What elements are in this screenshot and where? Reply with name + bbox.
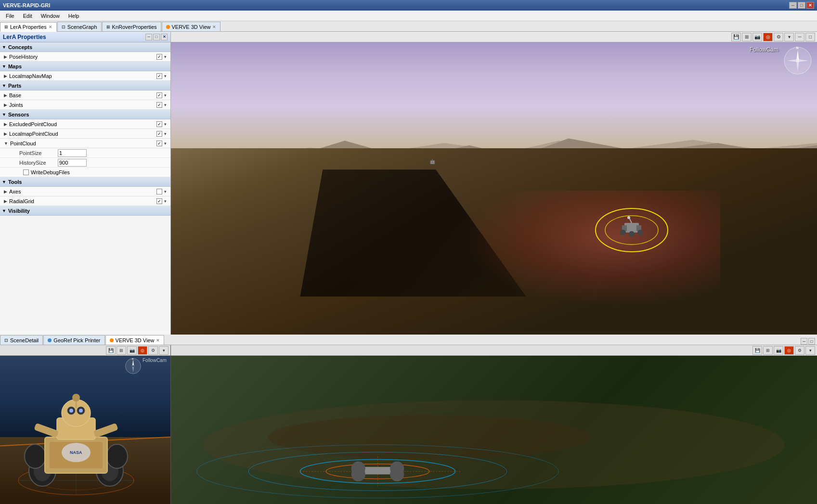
tree-item-localmapnavmap[interactable]: ▶ LocalmapNavMap ▾ <box>0 71 170 81</box>
base-dropdown[interactable]: ▾ <box>164 93 167 98</box>
bl-settings[interactable]: ⚙ <box>148 346 158 355</box>
localmap-dropdown[interactable]: ▾ <box>164 131 167 136</box>
menu-help[interactable]: Help <box>65 12 83 20</box>
svg-text:N: N <box>132 358 133 360</box>
section-parts[interactable]: ▼ Parts <box>0 81 170 90</box>
tree-item-posehistory[interactable]: ▶ PoseHistory ▾ <box>0 52 170 62</box>
posehistory-dropdown[interactable]: ▾ <box>164 54 167 59</box>
tree-item-joints[interactable]: ▶ Joints ▾ <box>0 100 170 110</box>
tab-verve-3d-view[interactable]: VERVE 3D View ✕ <box>162 22 221 31</box>
panel-close-btn[interactable]: ✕ <box>161 34 168 40</box>
toolbar-maximize[interactable]: □ <box>805 33 815 41</box>
br-target[interactable]: ◎ <box>784 346 794 355</box>
bl-target[interactable]: ◎ <box>138 346 147 355</box>
close-button[interactable]: ✕ <box>806 2 814 9</box>
bottom-minimize[interactable]: ─ <box>801 338 807 345</box>
radialgrid-checkbox[interactable] <box>156 198 162 204</box>
pointcloud-checkbox[interactable] <box>156 141 162 146</box>
localmapnavmap-arrow: ▶ <box>4 74 7 78</box>
tab-lera-close[interactable]: ✕ <box>49 25 52 29</box>
br-scene <box>171 356 817 504</box>
pointsize-input[interactable] <box>58 149 87 157</box>
window-controls: ─ □ ✕ <box>789 2 814 9</box>
br-camera[interactable]: 📷 <box>774 346 783 355</box>
bottom-right-toolbar: 💾 ⊞ 📷 ◎ ⚙ ▾ <box>171 345 817 356</box>
posehistory-checkbox[interactable] <box>156 54 162 60</box>
bottom-tab-verve3d[interactable]: VERVE 3D View ✕ <box>105 335 165 345</box>
base-checkbox[interactable] <box>156 92 162 98</box>
toolbar-grid-icon[interactable]: ⊞ <box>742 33 752 41</box>
tree-item-radialgrid[interactable]: ▶ RadialGrid ▾ <box>0 196 170 206</box>
section-tools[interactable]: ▼ Tools <box>0 177 170 187</box>
section-concepts[interactable]: ▼ Concepts <box>0 42 170 52</box>
tree-item-excludedpointcloud[interactable]: ▶ ExcludedPointCloud ▾ <box>0 119 170 129</box>
tab-lera-properties[interactable]: ⊞ LerA Properties ✕ <box>0 22 57 32</box>
svg-point-8 <box>629 231 635 237</box>
br-save[interactable]: 💾 <box>752 346 762 355</box>
svg-point-37 <box>69 409 73 413</box>
toolbar-chevron1[interactable]: ▾ <box>784 33 794 41</box>
maximize-button[interactable]: □ <box>798 2 805 9</box>
tab-3d-icon <box>166 25 170 29</box>
br-grid[interactable]: ⊞ <box>763 346 773 355</box>
sensors-label: Sensors <box>8 112 29 117</box>
toolbar-settings-icon[interactable]: ⚙ <box>774 33 783 41</box>
bottom-maximize[interactable]: □ <box>808 338 815 345</box>
verve3d-close[interactable]: ✕ <box>156 338 160 343</box>
tab-knrover-properties[interactable]: ⊞ KnRoverProperties <box>102 22 161 31</box>
panel-restore-btn[interactable]: □ <box>153 34 160 40</box>
br-grid-svg <box>171 356 817 504</box>
axes-dropdown[interactable]: ▾ <box>164 189 167 194</box>
tree-item-pointcloud[interactable]: ▼ PointCloud ▾ <box>0 139 170 148</box>
br-chevron[interactable]: ▾ <box>805 346 815 355</box>
bottom-section: ⊡ SceneDetail GeoRef Pick Printer VERVE … <box>0 335 817 504</box>
tab-3d-close[interactable]: ✕ <box>212 25 216 29</box>
menu-edit[interactable]: Edit <box>19 12 36 20</box>
tree-item-base[interactable]: ▶ Base ▾ <box>0 90 170 100</box>
panel-minimize-btn[interactable]: ─ <box>145 34 152 40</box>
section-maps[interactable]: ▼ Maps <box>0 62 170 71</box>
localmapnavmap-checkbox[interactable] <box>156 73 162 79</box>
joints-dropdown[interactable]: ▾ <box>164 103 167 107</box>
bottom-views: 💾 ⊞ 📷 ◎ ⚙ ▾ <box>0 345 817 504</box>
localmap-checkbox[interactable] <box>156 131 162 137</box>
localmapnavmap-dropdown[interactable]: ▾ <box>164 74 167 78</box>
top-tab-bar: ⊞ LerA Properties ✕ ⊡ SceneGraph ⊞ KnRov… <box>0 21 817 32</box>
section-sensors[interactable]: ▼ Sensors <box>0 110 170 119</box>
rover-svg <box>588 201 675 259</box>
bottom-tab-scenedetail[interactable]: ⊡ SceneDetail <box>0 335 43 345</box>
tab-knrover-icon: ⊞ <box>106 25 110 29</box>
georef-icon <box>48 338 52 342</box>
joints-label: Joints <box>9 102 156 108</box>
minimize-button[interactable]: ─ <box>789 2 797 9</box>
excluded-dropdown[interactable]: ▾ <box>164 122 167 127</box>
bl-chevron[interactable]: ▾ <box>159 346 169 355</box>
bl-camera[interactable]: 📷 <box>127 346 137 355</box>
section-visibility[interactable]: ▼ Visibility <box>0 206 170 216</box>
toolbar-camera-icon[interactable]: 📷 <box>752 33 762 41</box>
checkbox-writedebug[interactable]: WriteDebugFiles <box>0 168 170 177</box>
bottom-tab-georef[interactable]: GeoRef Pick Printer <box>43 335 104 345</box>
tree-item-localmappointcloud[interactable]: ▶ LocalmapPointCloud ▾ <box>0 129 170 139</box>
toolbar-save-icon[interactable]: 💾 <box>731 33 741 41</box>
svg-point-9 <box>637 230 643 235</box>
toolbar-minimize[interactable]: ─ <box>795 33 804 41</box>
compass: N <box>783 46 812 75</box>
joints-checkbox[interactable] <box>156 102 162 108</box>
bl-grid[interactable]: ⊞ <box>117 346 126 355</box>
tab-scene-graph[interactable]: ⊡ SceneGraph <box>57 22 102 31</box>
br-settings[interactable]: ⚙ <box>795 346 804 355</box>
toolbar-target-icon[interactable]: ◎ <box>763 33 773 41</box>
bl-save[interactable]: 💾 <box>106 346 116 355</box>
excluded-checkbox[interactable] <box>156 121 162 127</box>
menu-window[interactable]: Window <box>37 12 64 20</box>
axes-checkbox[interactable] <box>156 189 162 194</box>
pointcloud-dropdown[interactable]: ▾ <box>164 141 167 146</box>
menu-file[interactable]: File <box>2 12 18 20</box>
tree-item-axes[interactable]: ▶ Axes ▾ <box>0 187 170 196</box>
radialgrid-dropdown[interactable]: ▾ <box>164 199 167 204</box>
panel-title: LerA Properties <box>3 34 46 40</box>
writedebug-checkbox[interactable] <box>23 169 29 175</box>
left-panel: LerA Properties ─ □ ✕ ▼ Concepts ▶ PoseH… <box>0 32 171 335</box>
historysize-input[interactable] <box>58 159 87 167</box>
